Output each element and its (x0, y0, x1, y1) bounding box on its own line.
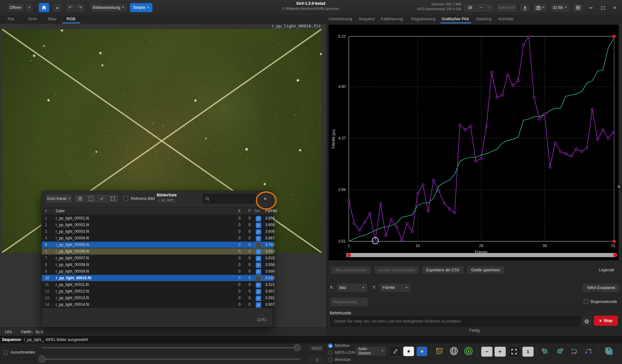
flip-horizontal-button[interactable]: RЯ (582, 346, 595, 357)
astrometry-button[interactable] (433, 345, 446, 357)
web-search-button[interactable] (448, 345, 460, 357)
dial og-close-button[interactable]: × (261, 195, 269, 203)
image-list-button[interactable] (601, 345, 616, 357)
save-button[interactable]: Speichern (496, 3, 517, 12)
panel-expander-arrow[interactable]: ▶ (618, 184, 620, 188)
high-slider-handle[interactable] (294, 344, 301, 351)
image-list-row[interactable]: 10r_pp_light_00010.fit003.632 (42, 275, 273, 281)
expand-button[interactable] (107, 194, 119, 203)
search-input[interactable] (211, 196, 253, 201)
tab-blue[interactable]: Blau (48, 16, 56, 21)
row-selected-checkbox[interactable]: ✓ (256, 223, 261, 228)
row-selected-checkbox[interactable]: ✓ (256, 249, 261, 255)
image-list-row[interactable]: 2r_pp_light_00002.fit00✓3.659 (42, 222, 273, 228)
arcsecond-checkbox[interactable] (584, 299, 588, 304)
snapshot-button[interactable]: ▼ (533, 3, 548, 12)
link-channels-button[interactable] (389, 346, 401, 357)
row-selected-checkbox[interactable]: ✓ (256, 269, 261, 275)
close-window-button[interactable]: × (610, 4, 619, 12)
star-detection-toggle[interactable]: ★ (417, 347, 427, 356)
tab-registration[interactable]: Registrierung (411, 16, 436, 21)
record-button[interactable]: ● (52, 3, 63, 12)
high-slider-track[interactable] (41, 347, 301, 348)
image-list-row[interactable]: 7r_pp_light_00007.fit00✓3.823 (42, 255, 273, 262)
zoom-value[interactable]: 16 (464, 5, 476, 10)
zoom-one-button[interactable]: 1 (522, 347, 534, 357)
cut-checkbox[interactable] (3, 350, 8, 355)
reference-image-checkbox[interactable] (123, 196, 128, 201)
stop-button[interactable]: ×Stop (594, 316, 618, 326)
row-selected-checkbox[interactable] (256, 276, 261, 281)
image-processing-menu-button[interactable]: Bildbearbeitung▼ (90, 3, 127, 12)
hamburger-menu-button[interactable] (572, 3, 584, 12)
image-list-row[interactable]: 8r_pp_light_00008.fit00✓3.558 (42, 262, 273, 268)
image-list-row[interactable]: 4r_pp_light_00004.fit00✓3.667 (42, 235, 273, 242)
list-view-button[interactable] (74, 194, 85, 203)
maximize-button[interactable] (598, 4, 607, 12)
registration-dropdown[interactable]: Registrierung▼ (330, 297, 368, 307)
minimize-button[interactable] (586, 4, 595, 12)
row-selected-checkbox[interactable]: ✓ (256, 262, 261, 268)
nina-exoplanet-button[interactable]: NINA Exoplanet (582, 283, 620, 293)
tab-plot[interactable]: Grafischer Plot (442, 16, 469, 21)
image-list-row[interactable]: 13r_pp_light_00013.fit00✓3.591 (42, 295, 273, 301)
zoom-out-button[interactable]: − (481, 347, 493, 357)
flip-vertical-button[interactable]: RB (568, 346, 581, 357)
rotate-left-button[interactable] (539, 346, 551, 357)
scripts-menu-button[interactable]: Skripte▼ (130, 3, 153, 12)
row-selected-checkbox[interactable]: ✓ (256, 216, 261, 221)
command-input[interactable] (333, 319, 577, 324)
tab-red[interactable]: Rot (8, 16, 14, 21)
image-list-row[interactable]: 12r_pp_light_00012.fit00✓3.657 (42, 288, 273, 295)
tab-calibration[interactable]: Kalibrierung (381, 16, 403, 21)
export-csv-button[interactable]: Exportiere als CSV (422, 266, 464, 275)
row-selected-checkbox[interactable]: ✓ (256, 302, 261, 308)
high-value-input[interactable] (309, 345, 325, 352)
tab-console[interactable]: Konsole (499, 16, 513, 21)
undo-button[interactable]: ↶ (65, 3, 75, 12)
redo-button[interactable]: ↷ (75, 3, 85, 12)
tab-stacking[interactable]: Stacking (476, 16, 492, 21)
row-selected-checkbox[interactable] (256, 243, 261, 248)
command-web-button[interactable] (582, 317, 591, 326)
photometry-button[interactable] (462, 345, 475, 357)
low-value-input[interactable] (309, 356, 325, 364)
row-selected-checkbox[interactable]: ✓ (256, 229, 261, 235)
row-selected-checkbox[interactable]: ✓ (256, 289, 261, 294)
row-selected-checkbox[interactable]: ✓ (256, 236, 261, 241)
zoom-increase-button[interactable]: + (485, 5, 493, 10)
row-selected-checkbox[interactable]: ✓ (256, 282, 261, 288)
row-selected-checkbox[interactable]: ✓ (256, 296, 261, 301)
rotate-right-button[interactable] (553, 346, 566, 357)
mips-radio[interactable] (328, 350, 333, 355)
minmax-radio[interactable] (328, 343, 333, 348)
image-list-row[interactable]: 9r_pp_light_00009.fit00✓3.690 (42, 268, 273, 275)
stretch-mode-dropdown[interactable]: Auto-Stretch▼ (355, 346, 387, 356)
tab-rgb[interactable]: RGB (66, 16, 75, 21)
plot-area[interactable]: 5.224.804.373.943.51114263851FramesFWHM … (329, 25, 619, 260)
zoom-fit-button[interactable] (508, 346, 520, 357)
image-list-row[interactable]: 5r_pp_light_00005.fit003.742 (42, 242, 273, 248)
reset-last-button[interactable]: Letztes zurücksetzen (374, 266, 419, 275)
image-list-row[interactable]: 3r_pp_light_00003.fit00✓3.605 (42, 228, 273, 235)
y-axis-dropdown[interactable]: FWHM▼ (379, 283, 411, 293)
reset-all-button[interactable]: Alle zurücksetzen (330, 266, 372, 275)
home-button[interactable] (39, 3, 49, 12)
zoom-in-button[interactable]: + (494, 347, 506, 357)
image-list-row[interactable]: 14r_pp_light_00014.fit00✓3.907 (42, 301, 273, 308)
tab-conversion[interactable]: Umrechnung (329, 16, 352, 21)
open-caret-button[interactable]: ▼ (25, 3, 34, 12)
save-as-button[interactable] (520, 3, 531, 12)
image-list-row[interactable]: 11r_pp_light_00011.fit00✓3.521 (42, 281, 273, 288)
row-selected-checkbox[interactable]: ✓ (256, 256, 261, 261)
save-graph-button[interactable]: Grafik speichern (467, 266, 505, 275)
bit-depth-dropdown[interactable]: 32 Bit▼ (550, 3, 570, 12)
open-button[interactable]: Öffnen (6, 3, 25, 12)
star-mask-toggle[interactable]: ★ (403, 347, 414, 356)
low-slider-handle[interactable] (39, 355, 46, 362)
tab-sequence[interactable]: Sequenz (359, 16, 375, 21)
image-list-row[interactable]: 1r_pp_light_00001.fit00✓3.856 (42, 215, 273, 222)
select-all-button[interactable]: ✓ (96, 194, 108, 203)
tab-green[interactable]: Grün (28, 16, 37, 21)
zoom-decrease-button[interactable]: − (476, 5, 485, 10)
